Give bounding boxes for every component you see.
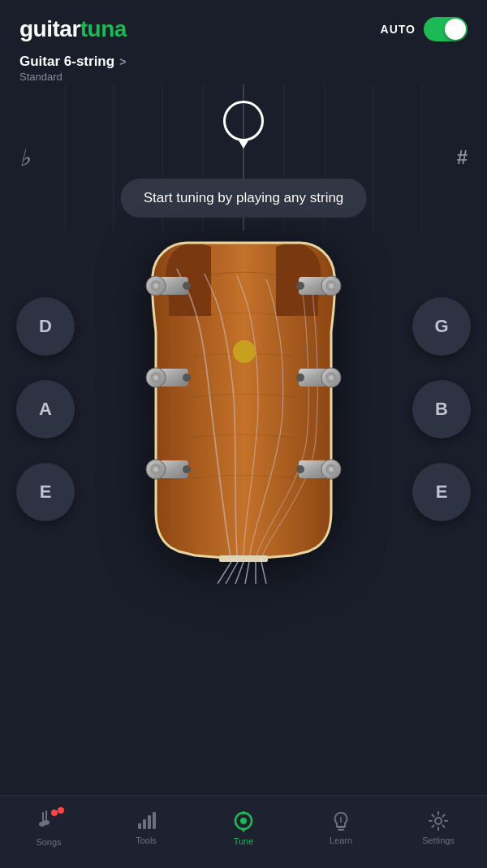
tuner-circle — [223, 101, 264, 141]
svg-point-31 — [329, 283, 334, 288]
string-button-G[interactable]: G — [412, 297, 471, 356]
tune-label: Tune — [234, 836, 254, 846]
svg-rect-47 — [45, 810, 47, 822]
nav-item-tune[interactable]: Tune — [211, 810, 276, 846]
songs-icon — [38, 809, 59, 830]
svg-point-40 — [183, 282, 191, 290]
svg-point-61 — [435, 818, 442, 824]
svg-point-50 — [51, 810, 58, 816]
svg-point-56 — [240, 818, 247, 824]
svg-point-44 — [296, 374, 304, 382]
svg-rect-54 — [153, 812, 156, 829]
headstock-container — [130, 235, 357, 584]
svg-point-41 — [183, 374, 191, 382]
tools-label: Tools — [136, 836, 157, 845]
toggle-thumb — [445, 19, 466, 40]
app-header: guitartuna AUTO — [0, 0, 487, 50]
guitar-headstock-svg — [130, 235, 357, 584]
svg-point-19 — [153, 283, 158, 288]
nav-item-songs[interactable]: Songs — [16, 809, 81, 847]
svg-rect-52 — [143, 819, 146, 829]
svg-rect-59 — [338, 829, 344, 831]
svg-point-39 — [329, 467, 334, 472]
tuner-indicator — [223, 101, 264, 149]
flat-symbol[interactable]: ♭ — [19, 145, 30, 171]
learn-label: Learn — [330, 836, 352, 845]
tune-icon — [232, 810, 255, 832]
prompt-message: Start tuning by playing any string — [121, 179, 367, 218]
bottom-navigation: Songs Tools Tune Learn — [0, 795, 487, 868]
app-logo: guitartuna — [19, 16, 127, 42]
svg-rect-51 — [138, 823, 141, 829]
string-button-B[interactable]: B — [412, 380, 471, 438]
instrument-name-text: Guitar 6-string — [19, 54, 114, 70]
svg-point-45 — [296, 465, 304, 473]
learn-icon — [330, 810, 351, 831]
svg-point-35 — [329, 375, 334, 380]
yellow-dot-indicator — [233, 340, 256, 363]
auto-label: AUTO — [381, 23, 416, 36]
settings-label: Settings — [422, 836, 455, 845]
nav-item-tools[interactable]: Tools — [114, 810, 179, 845]
string-button-A[interactable]: A — [16, 380, 75, 438]
string-button-E-high[interactable]: E — [412, 463, 471, 521]
tools-icon — [136, 810, 157, 831]
string-buttons-right: G B E — [412, 297, 471, 521]
songs-icon-container — [38, 809, 59, 833]
svg-rect-53 — [148, 815, 151, 829]
svg-point-27 — [153, 467, 158, 472]
logo-guitar-text: guitar — [19, 16, 80, 41]
sharp-symbol[interactable]: # — [457, 146, 468, 169]
nav-item-settings[interactable]: Settings — [406, 810, 471, 845]
nav-item-learn[interactable]: Learn — [308, 810, 373, 845]
svg-point-43 — [296, 282, 304, 290]
instrument-selector[interactable]: Guitar 6-string > Standard — [0, 50, 487, 84]
svg-point-42 — [183, 465, 191, 473]
auto-toggle-container[interactable]: AUTO — [381, 17, 468, 41]
svg-rect-58 — [337, 827, 345, 828]
svg-line-13 — [245, 562, 249, 584]
svg-point-23 — [153, 375, 158, 380]
tuner-pointer — [239, 140, 248, 149]
logo-tuna-text: tuna — [80, 16, 127, 41]
songs-label: Songs — [36, 837, 61, 847]
settings-icon — [428, 810, 449, 831]
chevron-right-icon: > — [119, 55, 126, 68]
instrument-name[interactable]: Guitar 6-string > — [19, 54, 468, 70]
string-button-E-low[interactable]: E — [16, 463, 75, 521]
tuner-area: ♭ # Start tuning by playing any string — [0, 84, 487, 231]
svg-line-15 — [261, 562, 266, 584]
auto-toggle[interactable] — [424, 17, 468, 41]
string-buttons-left: D A E — [16, 297, 75, 521]
tuning-name: Standard — [19, 71, 468, 83]
string-button-D[interactable]: D — [16, 297, 75, 356]
svg-line-10 — [218, 562, 231, 584]
guitar-section: D A E — [0, 231, 487, 588]
svg-point-49 — [43, 820, 50, 825]
